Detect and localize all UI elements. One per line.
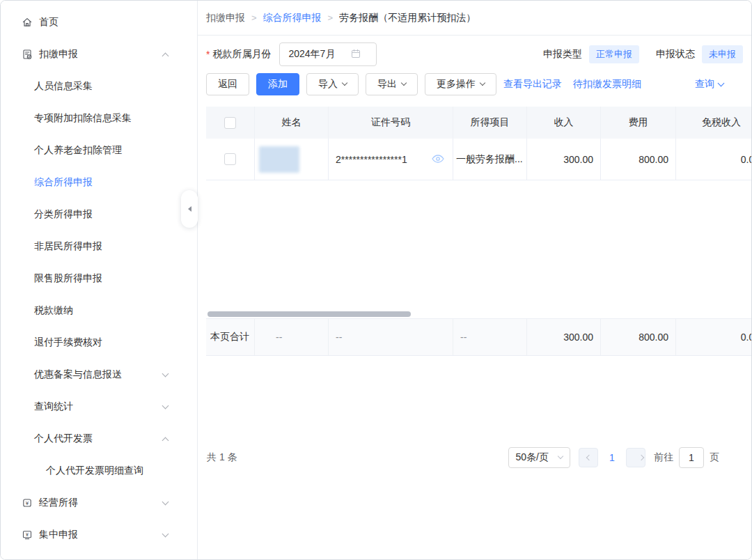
total-count: 共 1 条 xyxy=(207,451,237,464)
required-mark: * xyxy=(206,49,210,60)
sidebar-collapse-handle[interactable] xyxy=(181,190,198,228)
chevron-down-icon xyxy=(480,80,485,86)
summary-label: 本页合计 xyxy=(206,319,255,355)
summary-id-number: -- xyxy=(329,319,453,355)
column-header-tax-free-income: 免税收入 xyxy=(676,107,751,139)
chevron-up-icon xyxy=(162,437,169,444)
sidebar-item-special-deduction-info[interactable]: 专项附加扣除信息采集 xyxy=(1,102,197,134)
table-row: 2****************1 一般劳务报酬... 300.00 800.… xyxy=(206,139,751,180)
chevron-down-icon xyxy=(342,80,347,86)
breadcrumb-separator: > xyxy=(328,13,334,23)
summary-income-item: -- xyxy=(453,319,527,355)
toolbar: 返回 添加 导入 导出 更多操作 查看导出记录 待扣缴发票明细 查询 xyxy=(206,73,743,95)
column-header-id-number: 证件号码 xyxy=(329,107,453,139)
table-empty-area xyxy=(206,180,751,310)
declaration-state-label: 申报状态 xyxy=(656,48,695,61)
main-content: 扣缴申报 > 综合所得申报 > 劳务报酬（不适用累计预扣法） * 税款所属月份 … xyxy=(198,1,751,559)
add-button[interactable]: 添加 xyxy=(256,73,299,95)
chevron-up-icon xyxy=(162,52,169,59)
tax-free-income-cell: 0.00 xyxy=(676,139,751,180)
sidebar-item-withholding-declaration[interactable]: 扣缴申报 xyxy=(1,38,197,70)
sidebar-item-personal-invoice[interactable]: 个人代开发票 xyxy=(1,423,197,455)
sidebar-item-classified-income[interactable]: 分类所得申报 xyxy=(1,199,197,231)
next-page-button[interactable] xyxy=(626,448,645,467)
chevron-down-icon xyxy=(718,79,725,86)
home-icon xyxy=(22,17,33,28)
tax-month-picker[interactable] xyxy=(279,42,377,66)
current-page-number: 1 xyxy=(606,452,618,463)
data-table: 姓名 证件号码 所得项目 收入 费用 免税收入 2***************… xyxy=(206,107,751,310)
summary-name: -- xyxy=(255,319,329,355)
sidebar-item-restricted-shares[interactable]: 限售股所得申报 xyxy=(1,263,197,295)
sidebar-item-label: 扣缴申报 xyxy=(39,48,78,61)
sidebar-item-preferential-filing[interactable]: 优惠备案与信息报送 xyxy=(1,359,197,391)
sidebar-item-comprehensive-income[interactable]: 综合所得申报 xyxy=(1,166,197,199)
declaration-type-label: 申报类型 xyxy=(543,48,582,61)
svg-text:¥: ¥ xyxy=(25,500,29,506)
tax-month-input[interactable] xyxy=(288,49,351,60)
id-number-cell: 2****************1 xyxy=(329,139,453,180)
breadcrumb: 扣缴申报 > 综合所得申报 > 劳务报酬（不适用累计预扣法） xyxy=(198,1,751,36)
breadcrumb-current-page: 劳务报酬（不适用累计预扣法） xyxy=(339,12,476,24)
chevron-down-icon xyxy=(162,370,169,377)
chevron-down-icon xyxy=(162,498,169,505)
svg-text:¥: ¥ xyxy=(26,532,29,537)
column-header-name: 姓名 xyxy=(255,107,329,139)
sidebar-item-business-income[interactable]: ¥ 经营所得 xyxy=(1,487,197,519)
summary-fee: 800.00 xyxy=(601,319,676,355)
column-header-income: 收入 xyxy=(527,107,601,139)
sidebar-item-pension-deduction[interactable]: 个人养老金扣除管理 xyxy=(1,134,197,166)
export-button[interactable]: 导出 xyxy=(366,73,418,95)
redacted-name xyxy=(259,146,299,173)
sidebar-item-personal-invoice-detail-query[interactable]: 个人代开发票明细查询 xyxy=(1,455,197,487)
declaration-state-badge: 未申报 xyxy=(702,45,743,63)
app-window: 首页 扣缴申报 人员信息采集 专项附加扣除信息采集 个人养老金扣除管理 综合所得… xyxy=(0,0,752,560)
sidebar-item-centralized-declaration[interactable]: ¥ 集中申报 xyxy=(1,519,197,551)
income-cell: 300.00 xyxy=(527,139,601,180)
pagination-bar: 共 1 条 50条/页 1 前往 页 xyxy=(198,356,751,559)
collapse-left-icon xyxy=(188,206,191,212)
prev-page-button[interactable] xyxy=(579,448,598,467)
goto-page-input[interactable] xyxy=(679,447,704,468)
chevron-down-icon xyxy=(558,453,563,459)
filter-row: * 税款所属月份 申报类型 正常申报 申报状态 未申报 xyxy=(206,42,743,66)
summary-income: 300.00 xyxy=(527,319,601,355)
sidebar-item-home[interactable]: 首页 xyxy=(1,6,197,38)
eye-icon[interactable] xyxy=(432,154,444,165)
breadcrumb-withholding[interactable]: 扣缴申报 xyxy=(206,12,245,24)
summary-tax-free-income: 0.00 xyxy=(676,319,751,355)
view-export-records-link[interactable]: 查看导出记录 xyxy=(503,78,562,91)
sidebar: 首页 扣缴申报 人员信息采集 专项附加扣除信息采集 个人养老金扣除管理 综合所得… xyxy=(1,1,198,559)
tax-month-label: 税款所属月份 xyxy=(212,48,271,61)
import-button[interactable]: 导入 xyxy=(306,73,359,95)
chevron-down-icon xyxy=(162,530,169,537)
select-all-checkbox[interactable] xyxy=(224,117,236,129)
sidebar-item-query-statistics[interactable]: 查询统计 xyxy=(1,391,197,423)
sidebar-item-personnel-info[interactable]: 人员信息采集 xyxy=(1,70,197,102)
sidebar-item-tax-payment[interactable]: 税款缴纳 xyxy=(1,295,197,327)
sidebar-item-label: 首页 xyxy=(39,16,58,29)
more-actions-button[interactable]: 更多操作 xyxy=(425,73,496,95)
name-cell xyxy=(255,139,329,180)
status-badges: 申报类型 正常申报 申报状态 未申报 xyxy=(543,45,743,63)
row-checkbox[interactable] xyxy=(224,153,236,165)
money-icon: ¥ xyxy=(22,497,33,508)
fee-cell: 800.00 xyxy=(601,139,676,180)
breadcrumb-separator: > xyxy=(251,13,257,23)
page-size-select[interactable]: 50条/页 xyxy=(508,447,570,468)
breadcrumb-comprehensive-income[interactable]: 综合所得申报 xyxy=(263,12,322,24)
chevron-right-icon xyxy=(639,455,644,460)
income-item-cell: 一般劳务报酬... xyxy=(453,139,527,180)
query-dropdown-link[interactable]: 查询 xyxy=(695,78,723,91)
scrollbar-thumb[interactable] xyxy=(207,311,411,317)
page-unit-label: 页 xyxy=(710,451,719,464)
back-button[interactable]: 返回 xyxy=(206,73,249,95)
calendar-icon xyxy=(351,49,361,61)
sidebar-item-refund-fee-check[interactable]: 退付手续费核对 xyxy=(1,327,197,359)
chevron-left-icon xyxy=(586,455,592,460)
sidebar-item-nonresident-income[interactable]: 非居民所得申报 xyxy=(1,231,197,263)
table-header-row: 姓名 证件号码 所得项目 收入 费用 免税收入 xyxy=(206,107,751,139)
pending-withholding-invoices-link[interactable]: 待扣缴发票明细 xyxy=(573,78,641,91)
form-icon xyxy=(22,49,33,60)
chevron-down-icon xyxy=(162,402,169,409)
